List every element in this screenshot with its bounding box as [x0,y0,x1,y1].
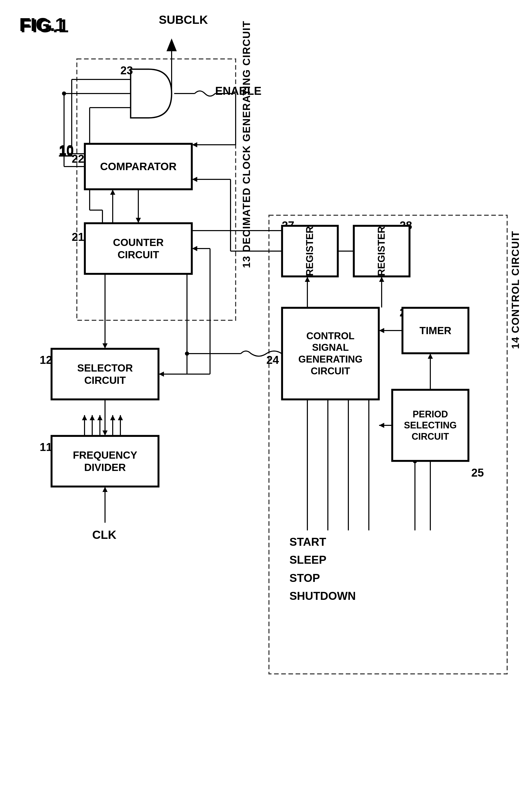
ref-22: 22 [72,152,84,165]
register1-box: REGISTER [282,225,338,277]
signal-clk: CLK [92,528,116,542]
timer-box: TIMER [402,307,469,354]
svg-marker-43 [82,415,87,420]
figure-title: FIG.1 [19,14,65,35]
svg-marker-85 [379,423,384,428]
signal-shutdown: SHUTDOWN [289,587,356,605]
svg-marker-59 [379,277,384,282]
svg-marker-20 [192,142,197,147]
ref-23: 23 [120,64,133,77]
diagram-container: FIG.1 10 [0,0,532,802]
svg-marker-76 [379,328,384,333]
ref-12: 12 [40,354,52,367]
svg-marker-51 [118,415,123,420]
label-decimated-circuit: 13 DECIMATED CLOCK GENERATING CIRCUIT [241,20,252,268]
ref-21: 21 [72,230,84,243]
control-signal-box: CONTROL SIGNAL GENERATING CIRCUIT [282,307,379,400]
svg-marker-22 [136,218,141,223]
svg-point-26 [62,92,66,96]
signal-labels: START SLEEP STOP SHUTDOWN [289,533,356,605]
register2-box: REGISTER [354,225,410,277]
svg-marker-15 [167,38,177,51]
signal-stop: STOP [289,569,356,587]
ref-25: 25 [471,466,484,479]
label-control-circuit: 14 CONTROL CIRCUIT [510,230,521,349]
svg-marker-49 [110,415,115,420]
signal-sleep: SLEEP [289,551,356,569]
svg-marker-74 [428,354,433,359]
svg-marker-57 [305,277,310,282]
svg-marker-63 [192,177,197,182]
signal-start: START [289,533,356,551]
freq-divider-box: FREQUENCY DIVIDER [51,435,159,487]
signal-subclk: SUBCLK [159,13,208,27]
svg-marker-55 [192,246,197,251]
counter-circuit-box: COUNTER CIRCUIT [84,223,192,274]
signal-enable: ENABLE [215,85,262,97]
svg-rect-0 [77,59,236,320]
ref-24: 24 [266,354,279,367]
svg-marker-41 [102,487,108,492]
svg-marker-47 [97,415,102,420]
svg-marker-37 [102,343,108,349]
period-selecting-box: PERIOD SELECTING CIRCUIT [392,390,469,461]
ref-11: 11 [40,441,52,453]
svg-marker-39 [102,430,108,435]
svg-marker-45 [90,415,95,420]
comparator-box: COMPARATOR [84,144,192,190]
selector-circuit-box: SELECTOR CIRCUIT [51,349,159,400]
svg-point-70 [185,352,189,356]
svg-marker-69 [159,372,164,377]
svg-marker-31 [110,190,115,195]
